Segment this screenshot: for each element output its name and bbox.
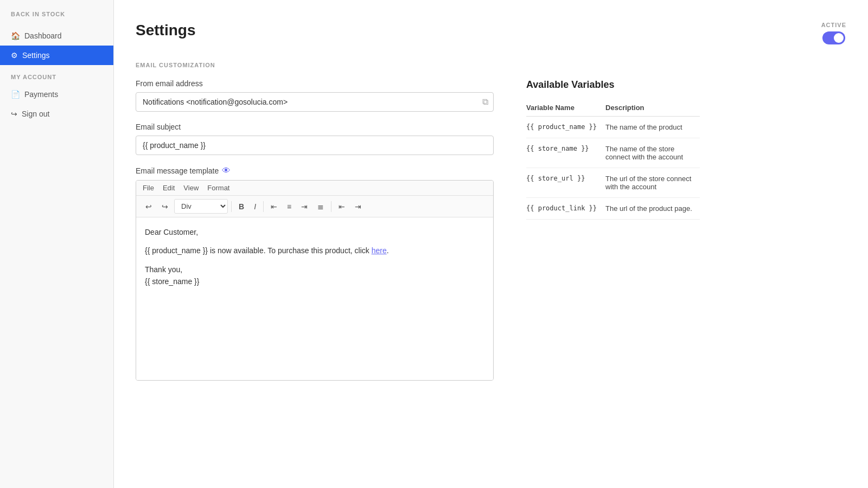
align-center-button[interactable]: ≡ — [283, 200, 295, 213]
sidebar-item-settings[interactable]: ⚙ Settings — [0, 46, 113, 65]
email-subject-label: Email subject — [136, 123, 494, 131]
menu-view[interactable]: View — [183, 184, 199, 192]
sidebar-item-dashboard-label: Dashboard — [24, 31, 62, 40]
table-row: {{ product_link }}The url of the product… — [526, 198, 700, 220]
align-justify-button[interactable]: ≣ — [314, 200, 328, 213]
menu-edit[interactable]: Edit — [163, 184, 175, 192]
page-header: Settings ACTIVE — [136, 22, 846, 44]
sidebar: BACK IN STOCK 🏠 Dashboard ⚙ Settings MY … — [0, 0, 114, 488]
editor-line-1: Dear Customer, — [145, 226, 484, 238]
editor-line-2: {{ product_name }} is now available. To … — [145, 245, 484, 256]
sidebar-item-settings-label: Settings — [22, 51, 50, 60]
document-icon: 📄 — [11, 90, 20, 99]
editor-container: File Edit View Format ↩ ↪ Div Paragraph … — [136, 180, 494, 381]
sidebar-item-payments[interactable]: 📄 Payments — [0, 85, 113, 104]
gear-icon: ⚙ — [11, 51, 18, 60]
menu-file[interactable]: File — [143, 184, 154, 192]
col-variable-name: Variable Name — [526, 99, 605, 117]
editor-menubar: File Edit View Format — [136, 181, 493, 196]
redo-button[interactable]: ↪ — [158, 200, 172, 213]
active-label: ACTIVE — [821, 22, 846, 28]
sidebar-brand: BACK IN STOCK — [0, 11, 113, 26]
table-row: {{ store_name }}The name of the store co… — [526, 138, 700, 168]
section-label: EMAIL CUSTOMIZATION — [136, 62, 846, 68]
col-description: Description — [605, 99, 700, 117]
outdent-button[interactable]: ⇤ — [335, 200, 349, 213]
table-row: {{ product_name }}The name of the produc… — [526, 117, 700, 138]
email-subject-input[interactable] — [136, 136, 494, 155]
content-layout: From email address ⧉ Email subject Email… — [136, 79, 846, 391]
undo-button[interactable]: ↩ — [142, 200, 156, 213]
variable-name-cell: {{ product_link }} — [526, 198, 605, 220]
editor-body[interactable]: Dear Customer, {{ product_name }} is now… — [136, 217, 493, 380]
variable-description-cell: The name of the store connect with the a… — [605, 138, 700, 168]
toolbar-divider-3 — [331, 201, 331, 212]
bold-button[interactable]: B — [235, 200, 248, 213]
email-template-label: Email message template 👁 — [136, 166, 494, 176]
variables-area: Available Variables Variable Name Descri… — [526, 79, 700, 391]
toggle-slider — [822, 31, 845, 44]
sidebar-item-signout[interactable]: ↪ Sign out — [0, 104, 113, 124]
main-content: Settings ACTIVE EMAIL CUSTOMIZATION From… — [114, 0, 868, 488]
active-toggle[interactable] — [822, 31, 845, 44]
indent-button[interactable]: ⇥ — [351, 200, 365, 213]
format-select[interactable]: Div Paragraph Heading 1 — [174, 199, 228, 214]
variable-name-cell: {{ store_url }} — [526, 168, 605, 198]
from-address-label: From email address — [136, 79, 494, 88]
italic-button[interactable]: I — [250, 200, 260, 213]
variable-description-cell: The name of the product — [605, 117, 700, 138]
variables-title: Available Variables — [526, 79, 700, 91]
editor-line-3: Thank you, {{ store_name }} — [145, 264, 484, 288]
sidebar-item-payments-label: Payments — [24, 90, 58, 99]
email-subject-field-group: Email subject — [136, 123, 494, 155]
form-area: From email address ⧉ Email subject Email… — [136, 79, 494, 391]
preview-eye-icon[interactable]: 👁 — [222, 166, 231, 176]
home-icon: 🏠 — [11, 31, 20, 40]
toolbar-divider-1 — [231, 201, 232, 212]
sidebar-item-signout-label: Sign out — [22, 110, 49, 118]
align-left-button[interactable]: ⇤ — [267, 200, 281, 213]
from-address-input[interactable] — [136, 92, 494, 112]
editor-toolbar: ↩ ↪ Div Paragraph Heading 1 B I ⇤ ≡ — [136, 196, 493, 217]
menu-format[interactable]: Format — [207, 184, 229, 192]
account-section-label: MY ACCOUNT — [0, 65, 113, 85]
toolbar-divider-2 — [263, 201, 264, 212]
from-address-field-group: From email address ⧉ — [136, 79, 494, 112]
align-right-button[interactable]: ⇥ — [297, 200, 311, 213]
editor-link-here[interactable]: here — [372, 246, 387, 255]
active-toggle-area: ACTIVE — [821, 22, 846, 44]
from-address-wrapper: ⧉ — [136, 92, 494, 112]
sidebar-item-dashboard[interactable]: 🏠 Dashboard — [0, 26, 113, 46]
variable-name-cell: {{ product_name }} — [526, 117, 605, 138]
variable-description-cell: The url of the product page. — [605, 198, 700, 220]
table-row: {{ store_url }}The url of the store conn… — [526, 168, 700, 198]
page-title: Settings — [136, 22, 195, 39]
variables-table: Variable Name Description {{ product_nam… — [526, 99, 700, 220]
copy-icon: ⧉ — [482, 97, 488, 107]
signout-icon: ↪ — [11, 110, 17, 118]
variable-description-cell: The url of the store connect with the ac… — [605, 168, 700, 198]
email-template-field-group: Email message template 👁 File Edit View … — [136, 166, 494, 381]
variable-name-cell: {{ store_name }} — [526, 138, 605, 168]
